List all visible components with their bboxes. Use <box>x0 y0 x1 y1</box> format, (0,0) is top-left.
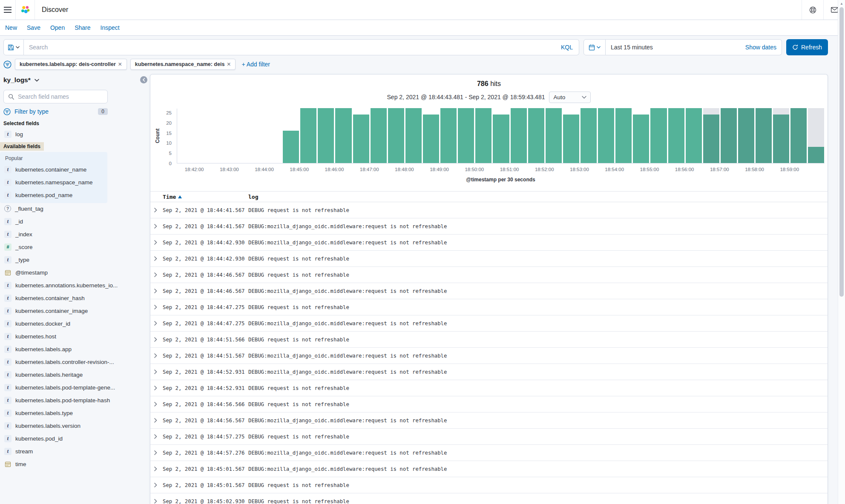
expand-row-icon[interactable] <box>150 467 163 471</box>
histogram-bar[interactable] <box>405 108 422 163</box>
filter-options-icon[interactable] <box>3 60 11 69</box>
field-item[interactable]: ?_fluent_tag <box>0 202 107 215</box>
table-row[interactable]: Sep 2, 2021 @ 18:44:42.930DEBUG:mozilla_… <box>150 235 828 251</box>
expand-row-icon[interactable] <box>150 483 163 487</box>
toolbar-link-new[interactable]: New <box>3 23 19 32</box>
histogram-bar[interactable] <box>546 108 562 163</box>
table-row[interactable]: Sep 2, 2021 @ 18:44:52.931DEBUG request … <box>150 380 828 396</box>
expand-row-icon[interactable] <box>150 208 163 212</box>
histogram-bar[interactable] <box>790 108 807 163</box>
page-scrollbar[interactable]: ▲ <box>838 0 845 504</box>
collapse-sidebar-button[interactable] <box>140 76 147 83</box>
menu-hamburger-icon[interactable] <box>0 0 15 20</box>
histogram-bar[interactable] <box>475 108 491 163</box>
histogram-bar[interactable] <box>668 108 684 163</box>
histogram-bar[interactable] <box>598 108 614 163</box>
table-row[interactable]: Sep 2, 2021 @ 18:44:42.930DEBUG request … <box>150 251 828 267</box>
table-row[interactable]: Sep 2, 2021 @ 18:44:46.567DEBUG:mozilla_… <box>150 283 828 299</box>
histogram-bar[interactable] <box>440 108 457 163</box>
histogram-bar[interactable] <box>563 108 579 163</box>
filter-pill-0[interactable]: kubernetes.labels.app: deis-controller✕ <box>15 59 127 70</box>
table-row[interactable]: Sep 2, 2021 @ 18:44:41.567DEBUG:mozilla_… <box>150 218 828 235</box>
toolbar-link-share[interactable]: Share <box>73 23 92 32</box>
table-row[interactable]: Sep 2, 2021 @ 18:44:56.567DEBUG:mozilla_… <box>150 412 828 429</box>
table-row[interactable]: Sep 2, 2021 @ 18:44:46.567DEBUG request … <box>150 267 828 283</box>
table-row[interactable]: Sep 2, 2021 @ 18:44:47.275DEBUG:mozilla_… <box>150 315 828 332</box>
histogram-bar[interactable] <box>773 108 789 163</box>
expand-row-icon[interactable] <box>150 337 163 342</box>
elastic-logo-icon[interactable] <box>16 0 34 20</box>
field-item[interactable]: tkubernetes.docker_id <box>0 317 107 330</box>
field-item[interactable]: t_type <box>0 253 107 266</box>
field-item[interactable]: tkubernetes.container_name <box>0 163 107 176</box>
toolbar-link-save[interactable]: Save <box>25 23 42 32</box>
index-pattern-switcher[interactable]: ky_logs* <box>3 75 39 85</box>
histogram-bar[interactable] <box>615 108 632 163</box>
field-item[interactable]: tkubernetes.labels.pod-template-hash <box>0 394 107 407</box>
expand-row-icon[interactable] <box>150 256 163 261</box>
table-row[interactable]: Sep 2, 2021 @ 18:44:56.566DEBUG request … <box>150 396 828 412</box>
field-item[interactable]: tkubernetes.labels.controller-revision-.… <box>0 355 107 368</box>
table-row[interactable]: Sep 2, 2021 @ 18:45:01.567DEBUG:mozilla_… <box>150 461 828 477</box>
sort-ascending-icon[interactable] <box>178 195 182 198</box>
time-column-header[interactable]: Time <box>163 194 248 200</box>
field-item[interactable]: tkubernetes.labels.pod-template-gene... <box>0 381 107 394</box>
scrollbar-up-arrow[interactable]: ▲ <box>840 2 843 6</box>
remove-filter-icon[interactable]: ✕ <box>224 61 233 67</box>
field-item[interactable]: tkubernetes.labels.app <box>0 343 107 355</box>
expand-row-icon[interactable] <box>150 369 163 374</box>
search-input[interactable]: Search KQL <box>24 39 579 55</box>
table-row[interactable]: Sep 2, 2021 @ 18:44:47.275DEBUG request … <box>150 299 828 315</box>
filter-by-type-button[interactable]: Filter by type 0 <box>3 106 108 117</box>
histogram-bar[interactable] <box>511 108 527 163</box>
field-item[interactable]: tkubernetes.annotations.kubernetes_io... <box>0 279 107 292</box>
table-row[interactable]: Sep 2, 2021 @ 18:44:51.567DEBUG:mozilla_… <box>150 348 828 364</box>
table-row[interactable]: Sep 2, 2021 @ 18:45:02.930DEBUG request … <box>150 493 828 504</box>
histogram-bar[interactable] <box>318 108 334 163</box>
scrollbar-thumb[interactable] <box>839 7 844 297</box>
field-item[interactable]: tstream <box>0 445 107 458</box>
field-item[interactable]: tlog <box>0 128 107 140</box>
expand-row-icon[interactable] <box>150 240 163 245</box>
kql-syntax-button[interactable]: KQL <box>560 44 574 51</box>
expand-row-icon[interactable] <box>150 386 163 390</box>
interval-select[interactable]: Auto <box>549 92 591 103</box>
saved-query-menu-button[interactable] <box>3 39 24 55</box>
field-item[interactable]: t_index <box>0 228 107 241</box>
expand-row-icon[interactable] <box>150 450 163 455</box>
field-item[interactable]: #_score <box>0 241 107 253</box>
expand-row-icon[interactable] <box>150 289 163 293</box>
field-item[interactable]: t_id <box>0 215 107 228</box>
show-dates-button[interactable]: Show dates <box>745 44 776 51</box>
histogram-bar[interactable] <box>808 108 824 163</box>
histogram-bar[interactable] <box>283 108 299 163</box>
expand-row-icon[interactable] <box>150 305 163 309</box>
expand-row-icon[interactable] <box>150 224 163 229</box>
table-row[interactable]: Sep 2, 2021 @ 18:44:52.931DEBUG:mozilla_… <box>150 364 828 380</box>
field-item[interactable]: tkubernetes.labels.heritage <box>0 368 107 381</box>
field-item[interactable]: tkubernetes.pod_name <box>0 189 107 201</box>
field-search-input[interactable]: Search field names <box>3 90 108 103</box>
histogram-bar[interactable] <box>335 108 351 163</box>
toolbar-link-inspect[interactable]: Inspect <box>99 23 121 32</box>
histogram-bar[interactable] <box>528 108 544 163</box>
time-range-display[interactable]: Last 15 minutes Show dates <box>606 39 782 55</box>
log-column-header[interactable]: log <box>248 194 828 200</box>
histogram-bar[interactable] <box>721 108 737 163</box>
histogram-bar[interactable] <box>458 108 474 163</box>
expand-row-icon[interactable] <box>150 321 163 326</box>
expand-row-icon[interactable] <box>150 499 163 504</box>
field-item[interactable]: tkubernetes.labels.type <box>0 407 107 419</box>
expand-row-icon[interactable] <box>150 353 163 358</box>
table-row[interactable]: Sep 2, 2021 @ 18:44:41.567DEBUG request … <box>150 202 828 218</box>
table-row[interactable]: Sep 2, 2021 @ 18:44:57.276DEBUG:mozilla_… <box>150 445 828 461</box>
filter-pill-1[interactable]: kubernetes.namespace_name: deis✕ <box>130 59 236 70</box>
expand-row-icon[interactable] <box>150 402 163 407</box>
histogram-bar[interactable] <box>300 108 316 163</box>
refresh-button[interactable]: Refresh <box>786 39 828 55</box>
table-row[interactable]: Sep 2, 2021 @ 18:45:01.567DEBUG request … <box>150 477 828 493</box>
field-item[interactable]: tkubernetes.host <box>0 330 107 343</box>
expand-row-icon[interactable] <box>150 272 163 277</box>
expand-row-icon[interactable] <box>150 434 163 439</box>
field-item[interactable]: tkubernetes.pod_id <box>0 432 107 445</box>
